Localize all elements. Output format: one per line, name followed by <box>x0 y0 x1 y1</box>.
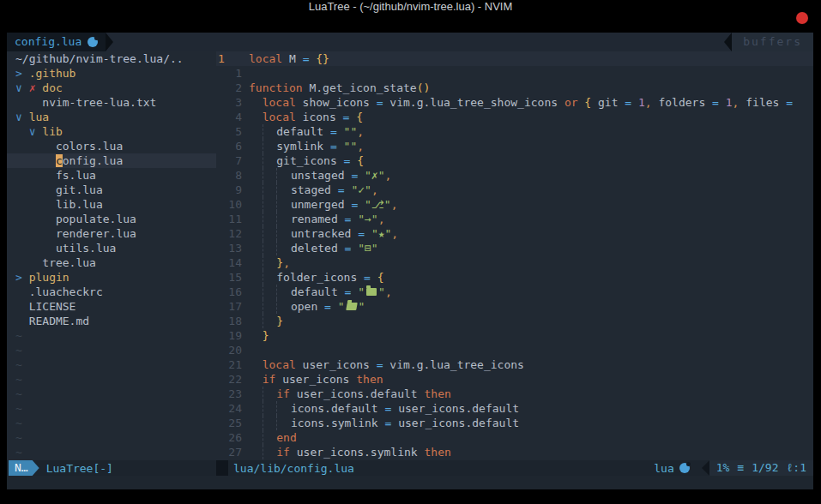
content-area: ~/github/nvim-tree.lua/..> .github∨ ✗ do… <box>7 51 813 460</box>
indent-guide <box>263 183 277 197</box>
tree-root[interactable]: ~/github/nvim-tree.lua/.. <box>7 51 216 66</box>
tree-text: colors.lua <box>56 140 123 153</box>
tree-text <box>15 242 56 255</box>
code-line[interactable]: 26 end <box>216 430 813 445</box>
tilde-marker: ~ <box>15 344 22 357</box>
code-line[interactable]: 22 if user_icons then <box>216 372 813 387</box>
tree-text <box>15 285 29 298</box>
tab-config-lua[interactable]: config.lua <box>7 33 106 51</box>
tree-item-github[interactable]: > .github <box>7 66 216 81</box>
code-line[interactable]: 5 default = "", <box>216 124 813 139</box>
code-line[interactable]: 24 icons.default = user_icons.default <box>216 401 813 416</box>
syntax-token: show_icons <box>296 96 377 109</box>
close-button[interactable] <box>796 12 808 24</box>
code-line[interactable]: 12 untracked = "★", <box>216 226 813 241</box>
window-separator[interactable] <box>216 460 228 476</box>
statusline-left: N… LuaTree[-] <box>7 460 216 476</box>
command-line[interactable] <box>7 476 813 489</box>
syntax-token <box>631 96 638 109</box>
line-number: 21 <box>216 357 242 372</box>
tree-item-lua[interactable]: ∨ lua <box>7 110 216 124</box>
code-line[interactable]: 15 folder_icons = { <box>216 270 813 285</box>
tree-item-luacheckrc[interactable]: .luacheckrc <box>7 285 216 299</box>
code-line[interactable]: 14 }, <box>216 255 813 270</box>
tree-item-git-lua[interactable]: git.lua <box>7 183 216 197</box>
code-line[interactable]: 23 if user_icons.default then <box>216 387 813 401</box>
position-segment: 1% ≡ 1/92 ℓ:1 <box>709 460 813 476</box>
line-number: 1 <box>216 66 242 81</box>
code-line[interactable]: 13 deleted = "⊟" <box>216 241 813 255</box>
tree-item-lib[interactable]: ∨ lib <box>7 124 216 139</box>
tree-item-fs-lua[interactable]: fs.lua <box>7 168 216 183</box>
code-line[interactable]: 9 staged = "✓", <box>216 183 813 197</box>
tree-text <box>15 96 42 109</box>
code-line[interactable]: 7 git_icons = { <box>216 153 813 168</box>
tree-item-populate-lua[interactable]: populate.lua <box>7 212 216 226</box>
buffers-label[interactable]: buffers <box>732 33 813 51</box>
code-text: renamed = "→", <box>249 213 385 225</box>
tree-item-colors-lua[interactable]: colors.lua <box>7 139 216 153</box>
tree-item-license[interactable]: LICENSE <box>7 299 216 314</box>
tree-text: nvim-tree-lua.txt <box>42 96 156 109</box>
syntax-token <box>249 271 263 284</box>
code-text: local user_icons = vim.g.lua_tree_icons <box>249 358 524 371</box>
tree-text: git.lua <box>56 183 103 196</box>
tree-text <box>15 154 56 167</box>
code-line[interactable]: 1local M = {} <box>216 51 813 66</box>
empty-line-tilde: ~ <box>7 445 216 459</box>
code-line[interactable]: 2function M.get_icon_state() <box>216 81 813 95</box>
indent-guide <box>276 299 291 314</box>
code-line[interactable]: 8 unstaged = "✗", <box>216 168 813 183</box>
indent-guide <box>276 197 291 212</box>
powerline-arrow-left <box>724 33 732 51</box>
tree-item-nvim-tree-lua-txt[interactable]: nvim-tree-lua.txt <box>7 95 216 110</box>
code-line[interactable]: 25 icons.symlink = user_icons.default <box>216 416 813 430</box>
code-line[interactable]: 10 unmerged = "⎇", <box>216 197 813 212</box>
tree-item-plugin[interactable]: > plugin <box>7 270 216 285</box>
line-number: 23 <box>216 387 242 401</box>
indent-guide <box>263 139 277 153</box>
code-line[interactable]: 4 local icons = { <box>216 110 813 124</box>
line-number: 8 <box>216 168 242 183</box>
code-line[interactable]: 21 local user_icons = vim.g.lua_tree_ico… <box>216 357 813 372</box>
syntax-token: = <box>330 125 337 138</box>
tree-item-utils-lua[interactable]: utils.lua <box>7 241 216 255</box>
indent-guide <box>263 314 277 328</box>
code-text: if user_icons.symlink then <box>249 446 451 459</box>
tree-item-doc[interactable]: ∨ ✗ doc <box>7 81 216 95</box>
indent-guide <box>263 168 277 183</box>
syntax-token: user_icons.default <box>290 387 425 400</box>
code-line[interactable]: 20 <box>216 343 813 357</box>
tree-item-renderer-lua[interactable]: renderer.lua <box>7 226 216 241</box>
code-line[interactable]: 18 } <box>216 314 813 328</box>
line-number: 25 <box>216 416 242 430</box>
tilde-marker: ~ <box>15 358 22 371</box>
syntax-token: " <box>338 300 345 313</box>
tree-item-config-lua[interactable]: config.lua <box>7 153 216 168</box>
line-number: 9 <box>216 183 242 197</box>
code-line[interactable]: 11 renamed = "→", <box>216 212 813 226</box>
syntax-token: 1 <box>726 96 733 109</box>
code-line[interactable]: 1 <box>216 66 813 81</box>
syntax-token: = <box>330 140 337 153</box>
terminal-window: config.lua buffers ~/github/nvim-tree.lu… <box>7 33 813 489</box>
syntax-token: , <box>645 96 652 109</box>
code-line[interactable]: 6 symlink = "", <box>216 139 813 153</box>
syntax-token <box>249 417 263 429</box>
code-text: local show_icons = vim.g.lua_tree_show_i… <box>249 96 793 109</box>
syntax-token: end <box>276 431 296 444</box>
code-line[interactable]: 17 open = "" <box>216 299 813 314</box>
line-number: 6 <box>216 139 242 153</box>
tree-item-readme[interactable]: README.md <box>7 314 216 328</box>
code-line[interactable]: 27 if user_icons.symlink then <box>216 445 813 459</box>
code-line[interactable]: 16 default = "", <box>216 285 813 299</box>
line-number: 16 <box>216 285 242 299</box>
code-text: symlink = "", <box>249 140 364 153</box>
code-line[interactable]: 19 } <box>216 328 813 343</box>
syntax-token: function <box>249 81 303 94</box>
tree-text <box>15 183 56 196</box>
tree-item-tree-lua[interactable]: tree.lua <box>7 255 216 270</box>
code-line[interactable]: 3 local show_icons = vim.g.lua_tree_show… <box>216 95 813 110</box>
tree-item-lib-lua[interactable]: lib.lua <box>7 197 216 212</box>
line-number: 26 <box>216 430 242 445</box>
